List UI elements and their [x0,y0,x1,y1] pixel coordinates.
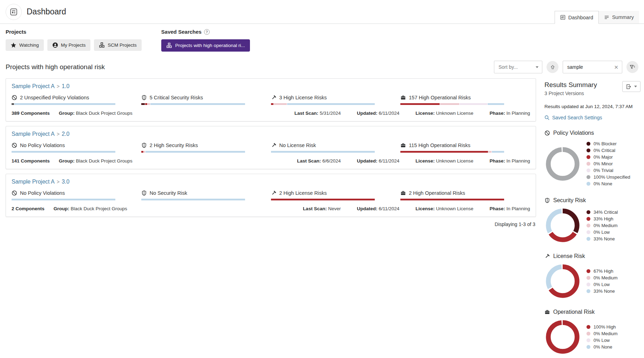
view-tabs: DashboardSummary [555,11,639,24]
legend-label: 0% Low [594,338,610,343]
version-link[interactable]: 2.0 [62,131,69,137]
project-version-title: Sample Project A>3.0 [12,179,530,185]
gavel-icon [271,142,277,148]
risk-cell: 2 Unspecified Policy Violations [12,95,141,105]
legend-dot [587,283,590,286]
risk-bar-segment [271,151,375,153]
risk-bar-segment [488,103,504,105]
legend-dot [587,237,590,241]
risk-bar-segment [488,151,492,153]
help-icon[interactable]: ? [204,29,210,35]
legend-label: 0% Major [594,154,613,160]
phase-field: Phase: In Planning [489,158,530,164]
risk-bar-segment [14,103,115,105]
risk-bar-segment [271,199,375,200]
legend-item: 100% High [587,324,618,330]
legend-item: 67% High [587,268,618,274]
project-version-title: Sample Project A>2.0 [12,131,530,137]
search-box: ✕ [563,61,622,73]
group-field: Group: Black Duck Project Groups [54,206,127,211]
legend-dot [587,142,590,146]
legend-label: 0% Low [594,230,610,235]
group-field: Group: Black Duck Project Groups [59,111,133,116]
last-scan-field: Last Scan: 6/6/2024 [297,158,341,164]
legend-dot [587,168,590,172]
projects-label: Projects [6,29,142,35]
sort-direction-button[interactable] [547,61,558,73]
watching-button[interactable]: Watching [6,39,44,51]
tab-summary[interactable]: Summary [599,11,639,24]
updated-field: Updated: 6/11/2024 [357,111,399,116]
my-projects-button[interactable]: My Projects [47,39,91,51]
project-link[interactable]: Sample Project A [12,179,55,185]
legend-dot [587,269,590,273]
card-meta-row: 2 Components Group: Black Duck Project G… [12,206,530,211]
export-button[interactable] [622,81,640,92]
clear-search-icon[interactable]: ✕ [614,65,618,70]
filter-icon [630,64,635,70]
project-card: Sample Project A>2.0 No Policy Violation… [6,126,536,169]
legend-item: 0% None [587,181,630,186]
main-content: Sample Project A>1.0 2 Unspecified Polic… [0,78,644,355]
legend-item: 0% Minor [587,161,630,166]
tab-dashboard[interactable]: Dashboard [555,11,599,24]
legend-label: 0% Low [594,282,610,287]
risk-cell: 2 High License Risks [271,190,401,200]
briefcase-icon [400,95,406,100]
last-scan-field: Last Scan: Never [303,206,341,211]
version-link[interactable]: 1.0 [62,83,69,89]
legend-item: 33% High [587,216,618,221]
saved-searches-group: Saved Searches ? Projects with high oper… [161,29,250,52]
no-entry-icon [12,95,17,100]
project-buttons: WatchingMy ProjectsSCM Projects [6,39,142,51]
version-link[interactable]: 3.0 [62,179,69,185]
breadcrumb-separator: > [57,84,60,89]
legend-dot [587,289,590,293]
risk-bar-segment [271,103,273,105]
risk-bar [141,103,245,105]
results-summary-title: Results Summary [544,81,597,89]
legend-dot [587,230,590,234]
scm-projects-button[interactable]: SCM Projects [94,39,142,51]
risk-cell: No Security Risk [141,190,271,200]
project-link[interactable]: Sample Project A [12,131,55,137]
risk-bar-segment [12,103,14,105]
listing-title: Projects with high operational risk [6,63,105,71]
risk-bar-segment [492,151,504,153]
components-count: 2 Components [12,206,45,211]
filter-button[interactable] [626,61,638,73]
legend-item: 0% Medium [587,331,618,336]
listing-header: Projects with high operational risk Sort… [0,52,644,78]
legend-label: 0% Blocker [594,141,617,146]
arrow-up-icon [550,65,555,70]
legend-label: 0% None [594,344,612,350]
saved-search-settings-link[interactable]: Saved Search Settings [544,115,640,120]
cubes-icon [166,42,172,48]
operational-risk-donut-chart [544,319,581,355]
license-field: License: Unknown License [415,158,473,164]
saved-search-button[interactable]: Projects with high operational ri... [161,39,250,52]
legend-dot [587,224,590,227]
legend-dot [587,217,590,221]
legend-label: 0% Trivial [594,168,613,173]
no-entry-icon [12,142,17,148]
project-link[interactable]: Sample Project A [12,83,55,89]
legend-item: 0% Critical [587,148,630,153]
legend-item: 0% Major [587,154,630,160]
breadcrumb-separator: > [57,179,60,185]
legend-label: 33% High [594,216,613,221]
star-icon [11,42,16,48]
saved-searches-label: Saved Searches ? [161,29,250,35]
legend-item: 33% None [587,236,618,241]
legend-dot [587,338,590,342]
risk-bar-segment [400,103,439,105]
risk-bar-segment [400,199,504,200]
sort-by-select[interactable]: Sort by... [494,61,542,73]
risk-cell: No Policy Violations [12,142,141,153]
search-input[interactable] [567,64,611,70]
briefcase-icon [400,142,406,148]
doc-icon [560,15,565,20]
app-header: Dashboard DashboardSummary [0,0,644,24]
project-versions-count: 3 Project Versions [544,91,597,96]
risk-bar [271,199,375,200]
